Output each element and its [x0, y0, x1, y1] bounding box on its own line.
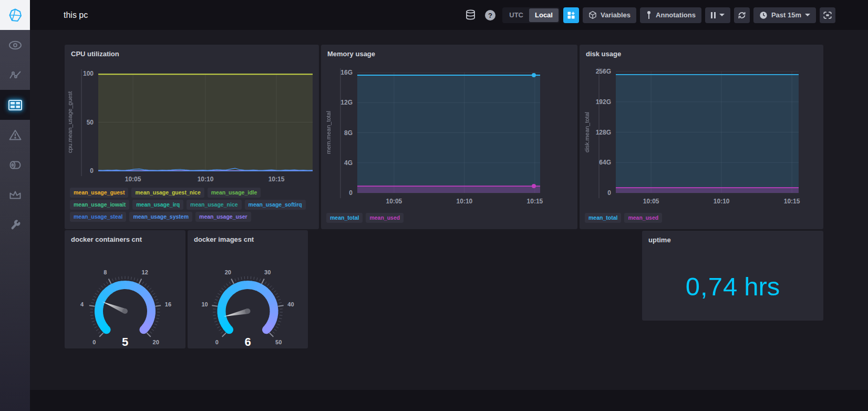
svg-text:16G: 16G: [340, 69, 353, 76]
sidebar-item-log-viewer[interactable]: [0, 150, 30, 180]
svg-text:16: 16: [165, 301, 171, 307]
legend-chip[interactable]: mean_used: [624, 213, 662, 223]
svg-text:0: 0: [90, 167, 94, 174]
sources-database-icon[interactable]: [463, 9, 478, 21]
clock-icon: [759, 11, 768, 19]
cpu-legend: mean_usage_guestmean_usage_guest_nicemea…: [70, 188, 316, 222]
sidebar-item-alerting[interactable]: [0, 120, 30, 150]
sidebar-nav: [0, 0, 30, 411]
sidebar-item-status[interactable]: [0, 30, 30, 60]
svg-text:20: 20: [153, 339, 159, 345]
legend-chip[interactable]: mean_used: [366, 213, 404, 223]
svg-text:12G: 12G: [340, 99, 353, 106]
svg-text:50: 50: [87, 119, 94, 126]
svg-text:12: 12: [142, 269, 148, 275]
svg-text:128G: 128G: [596, 129, 611, 136]
legend-chip[interactable]: mean_usage_iowait: [70, 200, 129, 210]
svg-text:8G: 8G: [344, 129, 353, 137]
legend-chip[interactable]: mean_usage_steal: [70, 212, 126, 222]
database-glyph: [466, 9, 476, 21]
svg-text:10:10: 10:10: [714, 198, 730, 205]
panel-title[interactable]: docker images cnt: [194, 235, 254, 243]
help-icon[interactable]: ?: [482, 9, 499, 21]
timezone-toggle: UTC Local: [502, 7, 560, 23]
dashboard-header: this pc ? UTC Local: [30, 0, 868, 30]
sidebar-item-configuration[interactable]: [0, 210, 30, 240]
svg-text:10: 10: [201, 301, 208, 307]
panel-docker-images-gauge: docker images cnt 010203040506: [188, 230, 308, 348]
sidebar-item-admin[interactable]: [0, 180, 30, 210]
svg-text:0: 0: [349, 189, 353, 197]
chronograf-logo: [8, 8, 23, 23]
docker-images-gauge[interactable]: 010203040506: [188, 249, 308, 348]
annotations-button[interactable]: Annotations: [640, 7, 701, 23]
legend-chip[interactable]: mean_usage_user: [195, 212, 251, 222]
panel-title[interactable]: docker containers cnt: [71, 235, 142, 243]
cube-icon: [588, 11, 597, 19]
svg-text:8: 8: [104, 269, 107, 275]
svg-text:10:15: 10:15: [268, 176, 285, 183]
disk-chart-plot[interactable]: 064G128G192G256G10:0510:1010:15: [580, 45, 823, 229]
svg-text:10:05: 10:05: [386, 198, 402, 205]
dashboard-title[interactable]: this pc: [64, 11, 88, 20]
panel-docker-containers-gauge: docker containers cnt 0481216205: [65, 230, 185, 348]
refresh-icon: [737, 11, 747, 20]
svg-text:50: 50: [275, 339, 282, 345]
svg-text:10:15: 10:15: [527, 198, 543, 205]
add-cell-button[interactable]: [563, 7, 579, 23]
sidebar-item-data-explorer[interactable]: [0, 60, 30, 90]
svg-text:4G: 4G: [344, 159, 353, 167]
memory-legend: mean_totalmean_used: [326, 213, 574, 223]
legend-chip[interactable]: mean_total: [585, 213, 621, 223]
timezone-option-local[interactable]: Local: [529, 8, 559, 22]
memory-chart-plot[interactable]: 04G8G12G16G10:0510:1010:15: [321, 45, 577, 229]
legend-chip[interactable]: mean_usage_nice: [187, 200, 241, 210]
docker-containers-gauge[interactable]: 0481216205: [65, 249, 185, 348]
svg-text:10:10: 10:10: [457, 198, 473, 205]
legend-chip[interactable]: mean_usage_guest: [70, 188, 128, 198]
uptime-value: 0,74: [686, 272, 738, 301]
log-viewer-icon: [9, 159, 22, 171]
chevron-down-icon: [719, 14, 725, 16]
svg-text:10:05: 10:05: [125, 176, 141, 183]
refresh-button[interactable]: [734, 7, 750, 23]
svg-text:10:10: 10:10: [198, 176, 214, 183]
legend-chip[interactable]: mean_total: [326, 213, 363, 223]
dashboards-icon: [8, 100, 22, 110]
svg-text:40: 40: [287, 301, 294, 307]
svg-text:5: 5: [122, 335, 128, 348]
svg-text:100: 100: [83, 70, 94, 77]
presentation-mode-button[interactable]: [820, 7, 835, 23]
legend-chip[interactable]: mean_usage_system: [129, 212, 192, 222]
legend-chip[interactable]: mean_usage_guest_nice: [131, 188, 204, 198]
sidebar-item-home[interactable]: [0, 0, 30, 30]
annotations-label: Annotations: [656, 11, 696, 19]
sidebar-item-dashboards[interactable]: [0, 90, 30, 120]
legend-chip[interactable]: mean_usage_idle: [208, 188, 261, 198]
time-range-dropdown[interactable]: Past 15m: [753, 7, 816, 23]
svg-text:64G: 64G: [599, 159, 611, 166]
panel-uptime: uptime 0,74 hrs: [642, 231, 823, 321]
svg-text:192G: 192G: [596, 98, 611, 106]
legend-chip[interactable]: mean_usage_softirq: [245, 200, 306, 210]
pause-refresh-dropdown-button[interactable]: [705, 7, 730, 23]
pause-icon: [711, 12, 716, 18]
presentation-mode-icon: [822, 11, 833, 20]
svg-text:10:15: 10:15: [784, 198, 800, 205]
chevron-down-icon: [805, 14, 810, 16]
variables-button[interactable]: Variables: [583, 7, 636, 23]
svg-text:?: ?: [488, 12, 492, 19]
uptime-unit: hrs: [744, 272, 780, 301]
variables-label: Variables: [601, 11, 631, 19]
panel-memory-usage: Memory usage mem.mean_total 04G8G12G16G1…: [321, 45, 577, 229]
time-range-label: Past 15m: [771, 11, 801, 19]
uptime-single-stat: 0,74 hrs: [642, 231, 823, 321]
svg-text:30: 30: [264, 269, 271, 275]
timezone-option-utc[interactable]: UTC: [503, 8, 529, 22]
panel-cpu-utilization: CPU utilization cpu.mean_usage_guest 050…: [65, 45, 319, 229]
svg-text:0: 0: [607, 189, 611, 197]
svg-text:20: 20: [225, 269, 231, 275]
legend-chip[interactable]: mean_usage_irq: [132, 200, 183, 210]
dashboard-scroll-end: [30, 390, 868, 411]
svg-text:10:05: 10:05: [643, 198, 659, 205]
